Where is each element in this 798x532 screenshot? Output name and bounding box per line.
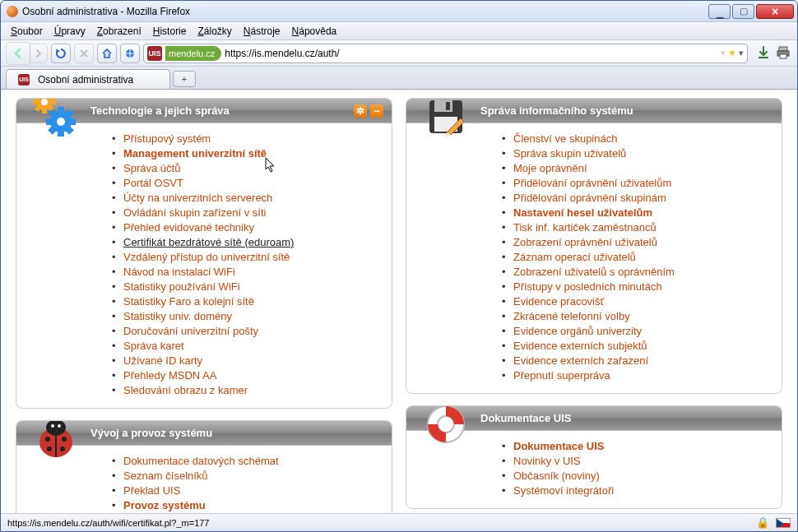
- link[interactable]: Překlad UIS: [123, 484, 180, 497]
- menu-nástroje[interactable]: Nástroje: [239, 24, 285, 39]
- link[interactable]: Novinky v UIS: [513, 455, 581, 467]
- link[interactable]: Sledování obrazu z kamer: [123, 384, 248, 396]
- list-item: Přístupový systém: [123, 132, 377, 146]
- stop-button[interactable]: [74, 44, 94, 63]
- link[interactable]: Přidělování oprávnění uživatelům: [513, 177, 671, 189]
- list-item: Přehledy MSDN AA: [123, 368, 377, 383]
- home-button[interactable]: [97, 44, 117, 63]
- panel-settings-button[interactable]: ✲: [354, 104, 367, 118]
- print-icon[interactable]: [776, 45, 791, 62]
- link[interactable]: Moje oprávnění: [513, 162, 587, 174]
- link[interactable]: Evidence externích zařazení: [513, 354, 648, 367]
- link[interactable]: Přepnutí superpráva: [513, 369, 610, 382]
- site-identity-badge[interactable]: mendelu.cz: [165, 46, 221, 61]
- list-item: Evidence orgánů univerzity: [513, 324, 767, 339]
- link[interactable]: Portál OSVT: [123, 177, 183, 189]
- bookmark-globe-button[interactable]: [120, 44, 140, 63]
- window-close-button[interactable]: ×: [756, 4, 794, 19]
- link[interactable]: Přehled evidované techniky: [123, 221, 254, 234]
- svg-point-24: [51, 424, 54, 428]
- list-item: Vzdálený přístup do univerzitní sítě: [123, 250, 377, 265]
- list-item: Sledování obrazu z kamer: [123, 383, 377, 398]
- link[interactable]: Evidence orgánů univerzity: [513, 325, 642, 337]
- link[interactable]: Účty na univerzitních serverech: [123, 192, 272, 204]
- list-item: Zkrácené telefonní volby: [513, 309, 767, 324]
- flag-cz-icon[interactable]: [776, 518, 791, 528]
- link[interactable]: Evidence pracovišť: [513, 295, 604, 308]
- link[interactable]: Přístupový systém: [123, 132, 211, 145]
- link[interactable]: Nastavení hesel uživatelům: [513, 206, 652, 219]
- link[interactable]: Statistiky používání WiFi: [123, 280, 240, 293]
- list-item: Systémoví integrátoři: [513, 483, 767, 498]
- link[interactable]: Členství ve skupinách: [513, 132, 617, 145]
- link[interactable]: Zobrazení oprávnění uživatelů: [513, 236, 657, 248]
- menu-úpravy[interactable]: Úpravy: [49, 24, 90, 39]
- menu-historie[interactable]: Historie: [148, 24, 192, 39]
- new-tab-button[interactable]: +: [173, 71, 196, 87]
- link[interactable]: Certifikát bezdrátové sítě (eduroam): [123, 236, 294, 248]
- list-item: Statistiky Faro a kolejní sítě: [123, 294, 377, 309]
- list-item: Přidělování oprávnění skupinám: [513, 191, 767, 206]
- panel-header: Dokumentace UIS: [406, 406, 782, 431]
- link[interactable]: Přidělování oprávnění skupinám: [513, 192, 666, 204]
- page-content: Technologie a jejich správa ✲ − Přístupo…: [1, 90, 797, 513]
- link[interactable]: Zobrazení uživatelů s oprávněním: [513, 266, 675, 278]
- reload-button[interactable]: [51, 44, 71, 63]
- link[interactable]: Občasník (noviny): [513, 470, 600, 482]
- svg-point-21: [62, 437, 67, 442]
- url-bar[interactable]: UIS mendelu.cz ▾ ★ ▾: [143, 44, 748, 63]
- link[interactable]: Záznam operací uživatelů: [513, 251, 636, 263]
- download-icon[interactable]: [756, 45, 771, 62]
- panel-sprava: Správa informačního systému Členství ve …: [406, 98, 782, 394]
- link[interactable]: Systémoví integrátoři: [513, 484, 614, 497]
- menu-soubor[interactable]: Soubor: [6, 24, 48, 39]
- site-identity-icon[interactable]: UIS: [147, 46, 162, 61]
- forward-button[interactable]: [30, 44, 48, 63]
- link[interactable]: Statistiky Faro a kolejní sítě: [123, 295, 254, 308]
- window-minimize-button[interactable]: ▁: [708, 4, 731, 19]
- link[interactable]: Dokumentace datových schémat: [123, 455, 279, 467]
- link[interactable]: Ovládání skupin zařízení v síti: [123, 206, 266, 219]
- link[interactable]: Správa skupin uživatelů: [513, 147, 626, 160]
- link[interactable]: Správa karet: [123, 340, 184, 352]
- link[interactable]: Užívané ID karty: [123, 354, 202, 367]
- link[interactable]: Vzdálený přístup do univerzitní sítě: [123, 251, 290, 263]
- link[interactable]: Návod na instalaci WiFi: [123, 266, 235, 278]
- list-item: Užívané ID karty: [123, 354, 377, 368]
- link[interactable]: Přístupy v posledních minutách: [513, 280, 662, 293]
- link[interactable]: Přehledy MSDN AA: [123, 369, 216, 382]
- link[interactable]: Správa účtů: [123, 162, 180, 174]
- list-item: Členství ve skupinách: [513, 132, 767, 146]
- back-button[interactable]: [6, 42, 30, 65]
- link[interactable]: Provoz systému: [123, 499, 206, 511]
- tab-active[interactable]: UIS Osobní administrativa: [6, 69, 170, 89]
- url-dropdown-icon[interactable]: ▾: [739, 48, 744, 58]
- link[interactable]: Dokumentace UIS: [513, 440, 605, 452]
- gears-icon: [33, 98, 79, 140]
- list-item: Evidence externích subjektů: [513, 339, 767, 354]
- bookmark-star-icon[interactable]: ★: [728, 48, 736, 58]
- link[interactable]: Statistiky univ. domény: [123, 310, 232, 322]
- feed-icon[interactable]: ▾: [721, 48, 726, 58]
- list-item: Moje oprávnění: [513, 161, 767, 176]
- list-item: Správa účtů: [123, 161, 377, 176]
- menu-nápověda[interactable]: Nápověda: [287, 24, 342, 39]
- url-input[interactable]: [225, 48, 717, 59]
- list-item: Seznam číselníků: [123, 469, 377, 483]
- list-item: Účty na univerzitních serverech: [123, 191, 377, 206]
- link[interactable]: Seznam číselníků: [123, 470, 208, 482]
- menu-zobrazení[interactable]: Zobrazení: [92, 24, 146, 39]
- list-item: Statistiky univ. domény: [123, 309, 377, 324]
- menu-záložky[interactable]: Záložky: [193, 24, 236, 39]
- link[interactable]: Doručování univerzitní pošty: [123, 325, 258, 337]
- window-maximize-button[interactable]: ▢: [732, 4, 754, 19]
- link[interactable]: Zkrácené telefonní volby: [513, 310, 630, 322]
- panel-collapse-button[interactable]: −: [370, 104, 383, 118]
- list-item: Přehled evidované techniky: [123, 220, 377, 235]
- link[interactable]: Tisk inf. kartiček zaměstnanců: [513, 221, 656, 234]
- link[interactable]: Evidence externích subjektů: [513, 340, 647, 352]
- link[interactable]: Management univerzitní sítě: [123, 147, 267, 160]
- svg-rect-1: [759, 57, 768, 58]
- list-item: Doručování univerzitní pošty: [123, 324, 377, 339]
- list-item: Návod na instalaci WiFi: [123, 265, 377, 280]
